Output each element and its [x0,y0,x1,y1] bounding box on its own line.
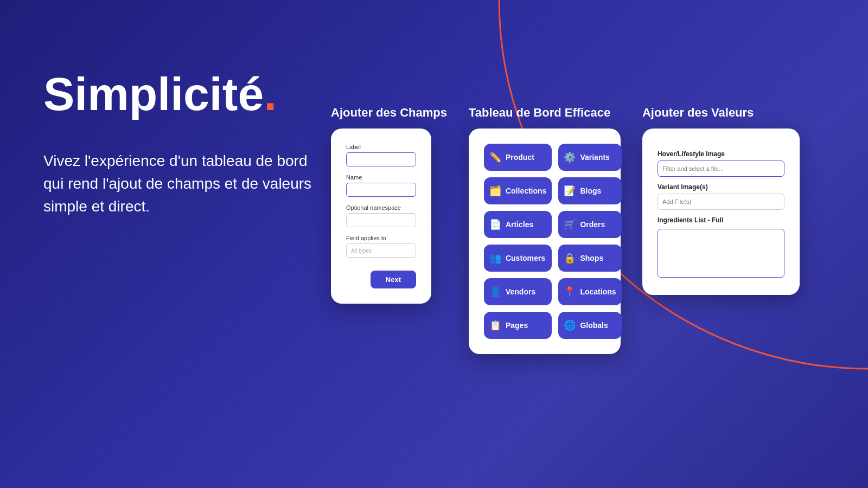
namespace-input[interactable] [346,213,416,227]
customers-icon: 👥 [489,252,501,264]
globals-label: Globals [580,321,608,330]
locations-icon: 📍 [564,286,576,298]
grid-btn-pages[interactable]: 📋 Pages [484,312,552,339]
orders-label: Orders [580,220,605,229]
left-section: Simplicité. Vivez l'expérience d'un tabl… [43,70,326,218]
applies-input[interactable]: All types [346,243,416,258]
next-button[interactable]: Next [371,271,416,288]
product-label: Product [506,153,534,162]
card1-label: Ajouter des Champs [331,106,447,120]
ingredients-textarea[interactable] [658,229,784,278]
card2-label: Tableau de Bord Efficace [469,106,621,120]
card1-wrapper: Ajouter des Champs Label Name Optional n… [331,106,447,304]
vendors-label: Vendors [506,287,535,296]
grid-btn-customers[interactable]: 👥 Customers [484,245,552,272]
card3: Hover/Lifestyle Image Variant Image(s) I… [642,129,800,295]
grid-btn-locations[interactable]: 📍 Locations [558,278,621,305]
next-btn-container: Next [346,265,416,288]
grid-btn-collections[interactable]: 🗂️ Collections [484,177,552,204]
variant-images-input[interactable] [658,194,784,210]
form-field-label: Label [346,144,416,166]
customers-label: Customers [506,254,545,262]
grid-btn-blogs[interactable]: 📝 Blogs [558,177,621,204]
articles-label: Articles [506,220,533,229]
form-field-applies: Field applies to All types [346,235,416,258]
globals-icon: 🌐 [564,319,576,331]
brand-description: Vivez l'expérience d'un tableau de bord … [43,150,326,218]
hover-image-input[interactable] [658,160,784,177]
grid-btn-orders[interactable]: 🛒 Orders [558,211,621,238]
orders-icon: 🛒 [564,219,576,230]
grid-btn-globals[interactable]: 🌐 Globals [558,312,621,339]
grid-btn-vendors[interactable]: 👤 Vendors [484,278,552,305]
grid-btn-articles[interactable]: 📄 Articles [484,211,552,238]
form-field-name: Name [346,174,416,197]
locations-label: Locations [580,287,616,296]
card3-label: Ajouter des Valeurs [642,106,800,120]
label-input[interactable] [346,152,416,166]
product-icon: ✏️ [489,151,501,163]
ingredients-label: Ingredients List - Full [658,216,784,224]
card2-wrapper: Tableau de Bord Efficace ✏️ Product ⚙️ V… [469,106,621,354]
form-field-namespace: Optional namespace [346,204,416,227]
collections-label: Collections [506,187,546,195]
grid-btn-product[interactable]: ✏️ Product [484,144,552,171]
field-namespace-text: Optional namespace [346,204,416,211]
variant-images-label: Variant Image(s) [658,183,784,191]
grid-btn-shops[interactable]: 🔒 Shops [558,245,621,272]
blogs-icon: 📝 [564,185,576,197]
shops-icon: 🔒 [564,252,576,264]
hover-image-label: Hover/Lifestyle Image [658,150,784,158]
brand-dot: . [264,68,277,120]
articles-icon: 📄 [489,219,501,230]
card3-wrapper: Ajouter des Valeurs Hover/Lifestyle Imag… [642,106,800,295]
pages-icon: 📋 [489,319,501,331]
field-label-text: Label [346,144,416,150]
pages-label: Pages [506,321,528,330]
shops-label: Shops [580,254,603,262]
variants-label: Variants [580,153,609,162]
variants-icon: ⚙️ [564,151,576,163]
blogs-label: Blogs [580,187,601,195]
collections-icon: 🗂️ [489,185,501,197]
cards-container: Ajouter des Champs Label Name Optional n… [331,106,800,354]
name-input[interactable] [346,183,416,197]
field-applies-text: Field applies to [346,235,416,241]
vendors-icon: 👤 [489,286,501,298]
card2: ✏️ Product ⚙️ Variants 🗂️ Collections 📝 … [469,129,621,354]
brand-title: Simplicité. [43,70,326,117]
dashboard-grid: ✏️ Product ⚙️ Variants 🗂️ Collections 📝 … [484,144,605,339]
card1: Label Name Optional namespace Field appl… [331,129,431,304]
field-name-text: Name [346,174,416,181]
brand-name: Simplicité [43,68,264,120]
grid-btn-variants[interactable]: ⚙️ Variants [558,144,621,171]
